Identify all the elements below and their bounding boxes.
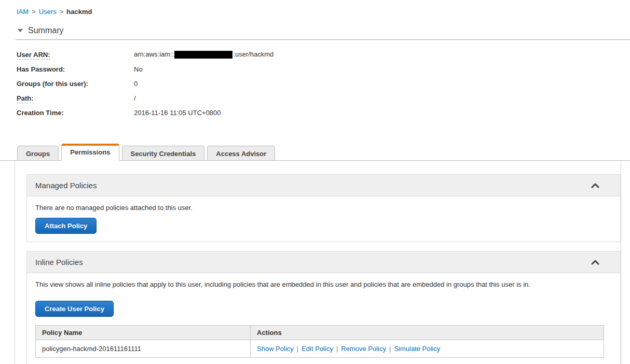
tab-access-advisor[interactable]: Access Advisor [207, 146, 275, 161]
breadcrumb-current-user: hackmd [66, 8, 92, 16]
groups-value: 0 [134, 80, 138, 88]
user-arn-label: User ARN: [17, 51, 134, 59]
breadcrumb: IAM>Users>hackmd [0, 0, 630, 16]
show-policy-link[interactable]: Show Policy [257, 345, 294, 353]
inline-policies-header[interactable]: Inline Policies [27, 251, 620, 273]
tab-bar: Groups Permissions Security Credentials … [0, 144, 630, 161]
action-separator: | [336, 345, 338, 353]
path-label: Path: [17, 94, 134, 102]
field-row-has-password: Has Password: No [17, 62, 630, 76]
policy-name-column-header: Policy Name [36, 326, 251, 340]
managed-policies-header[interactable]: Managed Policies [27, 175, 620, 197]
field-row-path: Path: / [17, 91, 630, 105]
policy-name-cell: policygen-hackmd-201611161111 [36, 340, 251, 358]
has-password-label: Has Password: [17, 65, 134, 73]
triangle-down-icon [18, 29, 23, 32]
policy-actions-cell: Show Policy|Edit Policy|Remove Policy|Si… [251, 340, 604, 358]
summary-title: Summary [28, 26, 63, 35]
inline-policies-table: Policy Name Actions policygen-hackmd-201… [35, 325, 604, 358]
summary-divider [16, 39, 630, 40]
summary-section-toggle[interactable]: Summary [18, 26, 630, 35]
breadcrumb-link-users[interactable]: Users [39, 8, 57, 16]
breadcrumb-link-iam[interactable]: IAM [17, 8, 29, 16]
inline-policies-title: Inline Policies [35, 258, 83, 267]
remove-policy-link[interactable]: Remove Policy [341, 345, 386, 353]
chevron-up-icon[interactable] [591, 258, 599, 267]
managed-policies-empty-text: There are no managed policies attached t… [35, 204, 612, 212]
attach-policy-button[interactable]: Attach Policy [35, 218, 97, 234]
create-user-policy-button[interactable]: Create User Policy [35, 301, 114, 317]
field-row-creation-time: Creation Time: 2016-11-16 11:05 UTC+0800 [17, 105, 630, 120]
redacted-account-id [174, 51, 232, 59]
chevron-up-icon[interactable] [591, 181, 599, 190]
managed-policies-section: Managed Policies There are no managed po… [26, 174, 621, 242]
field-row-groups: Groups (for this user): 0 [17, 76, 630, 91]
inline-policies-description: This view shows all inline policies that… [35, 281, 612, 288]
groups-label: Groups (for this user): [17, 80, 134, 88]
has-password-value: No [134, 65, 143, 73]
user-arn-value: arn:aws:iam:::user/hackmd [134, 50, 273, 59]
creation-time-value: 2016-11-16 11:05 UTC+0800 [134, 109, 221, 117]
simulate-policy-link[interactable]: Simulate Policy [394, 345, 440, 353]
actions-column-header: Actions [251, 326, 604, 340]
path-value: / [134, 94, 136, 102]
tab-groups[interactable]: Groups [17, 146, 59, 161]
creation-time-label: Creation Time: [17, 109, 134, 117]
inline-policies-body: This view shows all inline policies that… [27, 273, 620, 364]
managed-policies-body: There are no managed policies attached t… [27, 197, 620, 242]
tab-security-credentials[interactable]: Security Credentials [122, 146, 205, 161]
breadcrumb-separator: > [60, 8, 64, 16]
edit-policy-link[interactable]: Edit Policy [302, 345, 333, 353]
tab-permissions[interactable]: Permissions [61, 144, 119, 161]
summary-fields: User ARN: arn:aws:iam:::user/hackmd Has … [17, 47, 630, 120]
action-separator: | [389, 345, 391, 353]
action-separator: | [297, 345, 298, 353]
managed-policies-title: Managed Policies [35, 181, 97, 190]
breadcrumb-separator: > [32, 8, 36, 16]
table-row: policygen-hackmd-201611161111 Show Polic… [36, 340, 604, 358]
table-header-row: Policy Name Actions [36, 326, 604, 340]
permissions-tab-panel: Managed Policies There are no managed po… [15, 161, 621, 364]
field-row-user-arn: User ARN: arn:aws:iam:::user/hackmd [17, 47, 630, 62]
inline-policies-section: Inline Policies This view shows all inli… [26, 251, 621, 364]
